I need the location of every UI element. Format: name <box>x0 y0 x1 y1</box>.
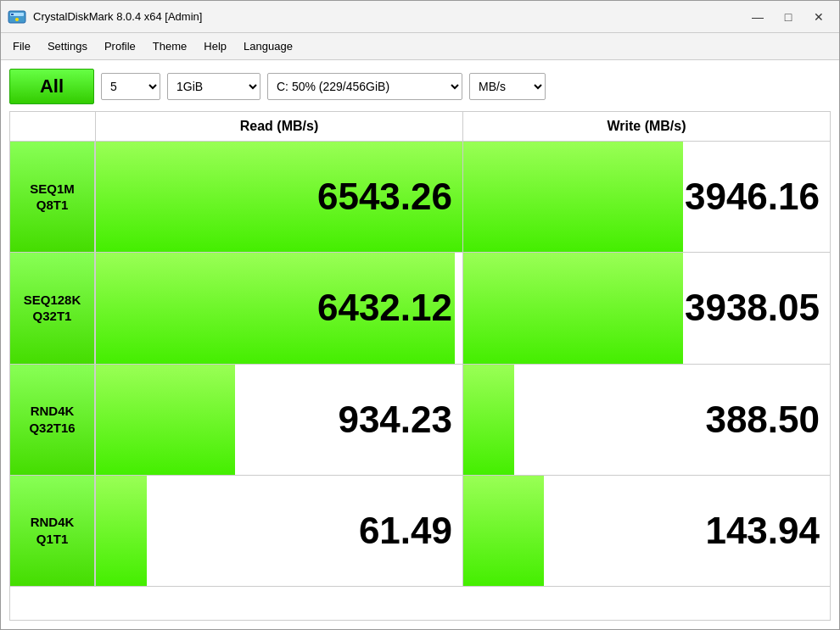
title-bar: CrystalDiskMark 8.0.4 x64 [Admin] — □ ✕ <box>1 1 839 33</box>
table-header-row: Read (MB/s) Write (MB/s) <box>10 112 830 142</box>
table-row: RND4KQ1T161.49143.94 <box>10 476 830 586</box>
svg-rect-3 <box>11 14 14 15</box>
read-value-2: 934.23 <box>338 399 452 441</box>
menu-item-help[interactable]: Help <box>195 36 235 56</box>
table-row: SEQ1MQ8T16543.263946.16 <box>10 142 830 253</box>
read-cell-2: 934.23 <box>95 365 462 475</box>
write-value-1: 3938.05 <box>685 287 820 329</box>
controls-row: All 5 1310 1GiB 512MiB256MiB4GiB C: 50% … <box>9 69 831 104</box>
menu-bar: FileSettingsProfileThemeHelpLanguage <box>1 33 839 60</box>
header-label <box>10 112 95 142</box>
main-content: All 5 1310 1GiB 512MiB256MiB4GiB C: 50% … <box>1 60 839 629</box>
unit-select[interactable]: MB/s GB/sIOPSμs <box>469 73 546 100</box>
size-select[interactable]: 1GiB 512MiB256MiB4GiB <box>167 73 260 100</box>
results-table: Read (MB/s) Write (MB/s) SEQ1MQ8T16543.2… <box>9 111 831 621</box>
table-row: RND4KQ32T16934.23388.50 <box>10 365 830 476</box>
read-cell-1: 6432.12 <box>95 253 462 363</box>
table-row: SEQ128KQ32T16432.123938.05 <box>10 253 830 364</box>
drive-select[interactable]: C: 50% (229/456GiB) <box>267 73 462 100</box>
app-icon <box>8 8 26 26</box>
maximize-button[interactable]: □ <box>775 8 802 25</box>
menu-item-theme[interactable]: Theme <box>144 36 195 56</box>
svg-point-2 <box>15 18 19 21</box>
row-label-1: SEQ128KQ32T1 <box>10 253 95 363</box>
app-title: CrystalDiskMark 8.0.4 x64 [Admin] <box>33 10 202 23</box>
header-write: Write (MB/s) <box>462 112 830 142</box>
write-value-2: 388.50 <box>705 399 820 441</box>
write-cell-2: 388.50 <box>462 365 830 475</box>
read-value-1: 6432.12 <box>317 287 452 329</box>
app-window: CrystalDiskMark 8.0.4 x64 [Admin] — □ ✕ … <box>0 0 840 630</box>
header-read: Read (MB/s) <box>95 112 462 142</box>
menu-item-profile[interactable]: Profile <box>96 36 144 56</box>
write-cell-1: 3938.05 <box>462 253 830 363</box>
write-value-3: 143.94 <box>705 510 820 552</box>
all-button[interactable]: All <box>9 69 94 104</box>
read-cell-3: 61.49 <box>95 476 462 586</box>
row-label-3: RND4KQ1T1 <box>10 476 95 586</box>
row-label-2: RND4KQ32T16 <box>10 365 95 475</box>
write-value-0: 3946.16 <box>685 176 820 218</box>
write-cell-0: 3946.16 <box>462 142 830 252</box>
minimize-button[interactable]: — <box>744 8 771 25</box>
read-value-0: 6543.26 <box>317 176 452 218</box>
menu-item-settings[interactable]: Settings <box>39 36 96 56</box>
title-bar-controls: — □ ✕ <box>744 8 832 25</box>
read-cell-0: 6543.26 <box>95 142 462 252</box>
title-bar-left: CrystalDiskMark 8.0.4 x64 [Admin] <box>8 8 202 26</box>
extra-row <box>10 586 830 620</box>
runs-select[interactable]: 5 1310 <box>101 73 160 100</box>
menu-item-file[interactable]: File <box>4 36 39 56</box>
row-label-0: SEQ1MQ8T1 <box>10 142 95 252</box>
write-cell-3: 143.94 <box>462 476 830 586</box>
menu-item-language[interactable]: Language <box>235 36 301 56</box>
read-value-3: 61.49 <box>359 510 452 552</box>
close-button[interactable]: ✕ <box>805 8 832 25</box>
